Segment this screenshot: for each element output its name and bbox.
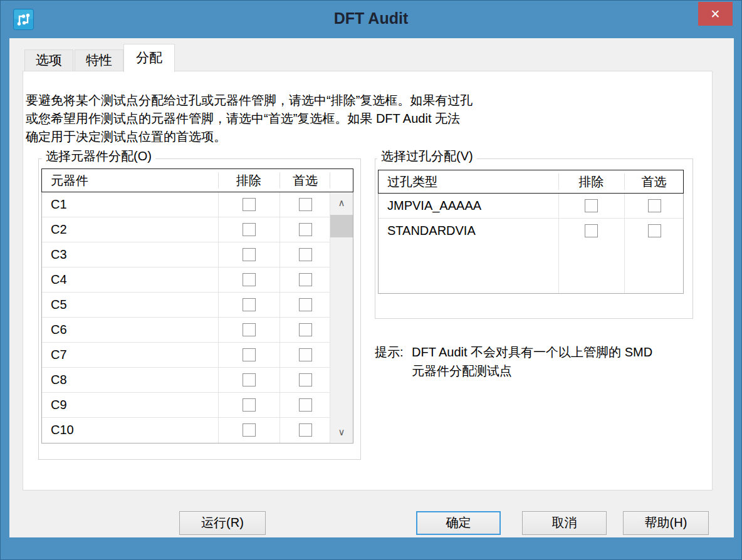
run-button[interactable]: 运行(R) [179, 511, 266, 535]
exclude-checkbox[interactable] [243, 423, 256, 437]
prefer-checkbox[interactable] [299, 248, 312, 261]
exclude-checkbox[interactable] [243, 348, 256, 361]
close-icon: ✕ [711, 7, 721, 21]
table-row[interactable]: C8 [42, 368, 353, 393]
via-group-title: 选择过孔分配(V) [377, 148, 477, 163]
via-table-body: JMPVIA_AAAAASTANDARDVIA [378, 194, 684, 294]
exclude-checkbox[interactable] [585, 224, 598, 237]
scroll-up-icon[interactable]: ∧ [330, 193, 353, 213]
component-table-header: 元器件 排除 首选 [41, 169, 353, 192]
ok-button[interactable]: 确定 [416, 511, 501, 535]
vertical-scrollbar[interactable]: ∧ ∨ [330, 193, 353, 442]
cancel-button[interactable]: 取消 [522, 511, 607, 535]
via-table-header: 过孔类型 排除 首选 [378, 170, 684, 194]
row-label: C10 [51, 418, 74, 442]
prefer-checkbox[interactable] [299, 298, 312, 311]
row-label: C7 [51, 343, 67, 367]
row-label: JMPVIA_AAAAA [387, 194, 481, 218]
prefer-checkbox[interactable] [299, 423, 312, 437]
row-label: STANDARDVIA [387, 219, 476, 243]
prefer-checkbox[interactable] [299, 198, 312, 211]
column-divider [218, 172, 219, 189]
row-label: C2 [51, 217, 67, 242]
table-row[interactable]: C1 [42, 192, 353, 217]
prefer-checkbox[interactable] [299, 323, 312, 336]
tab-assignment[interactable]: 分配 [123, 44, 175, 72]
prefer-checkbox[interactable] [299, 223, 312, 236]
prefer-checkbox[interactable] [299, 373, 312, 386]
title-bar[interactable]: DFT Audit ✕ [1, 1, 741, 38]
exclude-checkbox[interactable] [243, 198, 256, 211]
hint-line: 元器件分配测试点 [412, 361, 652, 380]
instruction-line: 或您希望用作测试点的元器件管脚，请选中“首选”复选框。如果 DFT Audit … [26, 110, 473, 128]
hint-line: DFT Audit 不会对具有一个以上管脚的 SMD [412, 343, 652, 361]
exclude-checkbox[interactable] [243, 323, 256, 336]
column-divider [558, 174, 559, 190]
row-label: C9 [51, 393, 67, 417]
table-row[interactable]: C6 [42, 318, 353, 343]
scrollbar-thumb[interactable] [330, 215, 353, 237]
tab-properties[interactable]: 特性 [75, 49, 123, 71]
exclude-checkbox[interactable] [243, 273, 256, 286]
prefer-checkbox[interactable] [299, 398, 312, 412]
column-header-exclude: 排除 [558, 170, 624, 193]
table-row[interactable]: C2 [42, 217, 353, 242]
column-header-prefer: 首选 [280, 169, 331, 192]
table-row[interactable]: C3 [42, 242, 353, 267]
table-row[interactable]: C10 [42, 418, 353, 442]
row-label: C4 [51, 267, 67, 292]
table-row[interactable]: C9 [42, 393, 353, 418]
row-label: C8 [51, 368, 67, 392]
close-button[interactable]: ✕ [698, 2, 733, 26]
scroll-down-icon[interactable]: ∨ [330, 422, 353, 442]
table-row[interactable]: C7 [42, 343, 353, 368]
help-button[interactable]: 帮助(H) [623, 511, 709, 535]
window-title: DFT Audit [1, 9, 741, 28]
table-row[interactable]: JMPVIA_AAAAA [379, 194, 683, 219]
exclude-checkbox[interactable] [243, 248, 256, 261]
column-divider [280, 172, 280, 189]
hint-text: DFT Audit 不会对具有一个以上管脚的 SMD 元器件分配测试点 [412, 343, 652, 380]
prefer-checkbox[interactable] [648, 224, 661, 237]
column-header-via-type: 过孔类型 [387, 170, 437, 193]
hint-label: 提示: [375, 343, 404, 361]
exclude-checkbox[interactable] [243, 223, 256, 236]
column-divider [330, 172, 330, 189]
prefer-checkbox[interactable] [299, 273, 312, 286]
instruction-line: 要避免将某个测试点分配给过孔或元器件管脚，请选中“排除”复选框。如果有过孔 [26, 91, 473, 110]
table-row[interactable]: C5 [42, 293, 353, 318]
dft-audit-dialog: DFT Audit ✕ 选项 特性 分配 要避免将某个测试点分配给过孔或元器件管… [0, 0, 742, 560]
exclude-checkbox[interactable] [243, 373, 256, 386]
row-label: C1 [51, 192, 67, 217]
column-divider [624, 174, 625, 190]
prefer-checkbox[interactable] [299, 348, 312, 361]
instruction-line: 确定用于决定测试点位置的首选项。 [26, 128, 473, 146]
prefer-checkbox[interactable] [648, 199, 661, 212]
row-label: C6 [51, 318, 67, 342]
component-table-body: C1C2C3C4C5C6C7C8C9C10 [41, 192, 353, 443]
row-label: C3 [51, 242, 67, 267]
table-row[interactable]: STANDARDVIA [379, 219, 683, 243]
exclude-checkbox[interactable] [243, 298, 256, 311]
row-label: C5 [51, 293, 67, 317]
exclude-checkbox[interactable] [585, 199, 598, 212]
exclude-checkbox[interactable] [243, 398, 256, 412]
column-header-prefer: 首选 [624, 170, 684, 193]
column-header-component: 元器件 [51, 169, 88, 192]
table-row[interactable]: C4 [42, 267, 353, 293]
tab-options[interactable]: 选项 [24, 49, 73, 71]
column-header-exclude: 排除 [218, 169, 280, 192]
component-group-title: 选择元器件分配(O) [42, 148, 155, 163]
instruction-text: 要避免将某个测试点分配给过孔或元器件管脚，请选中“排除”复选框。如果有过孔 或您… [26, 91, 473, 146]
